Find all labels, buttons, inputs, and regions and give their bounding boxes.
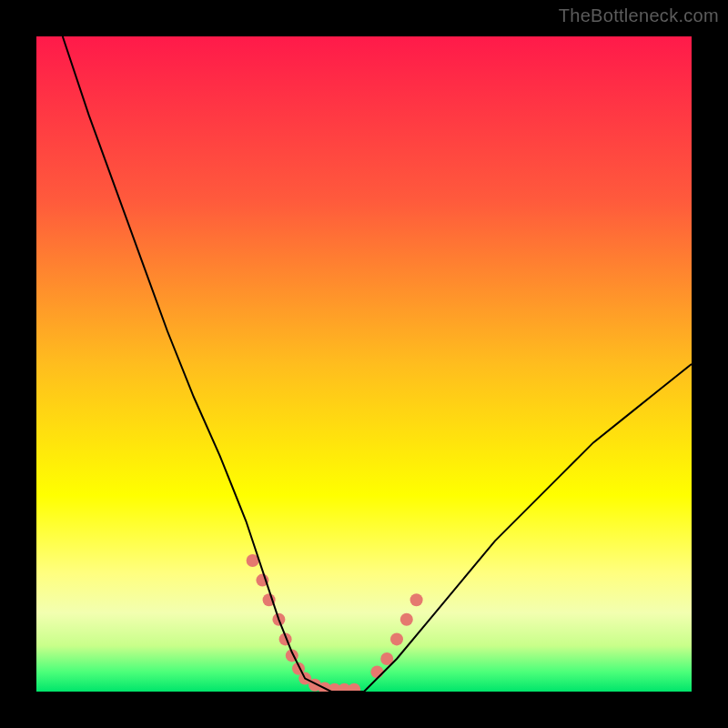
data-marker (370, 665, 383, 678)
data-marker (410, 593, 423, 606)
data-marker (400, 613, 413, 626)
chart-canvas: TheBottleneck.com (0, 0, 728, 728)
gradient-background (36, 36, 692, 692)
data-marker (390, 632, 403, 645)
bottleneck-chart (36, 36, 692, 692)
watermark-text: TheBottleneck.com (559, 5, 719, 26)
plot-area (36, 36, 692, 692)
